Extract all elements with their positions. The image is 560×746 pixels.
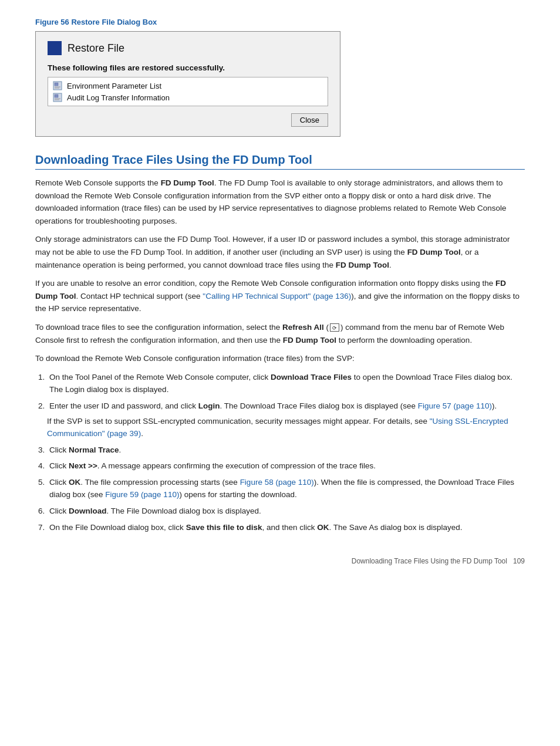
svg-rect-1 [55, 83, 58, 86]
page-footer: Downloading Trace Files Using the FD Dum… [35, 557, 525, 565]
file-item-2: Audit Log Transfer Information [53, 93, 323, 102]
restore-file-dialog: Restore File These following files are r… [35, 31, 340, 137]
link-calling-support[interactable]: "Calling HP Technical Support" (page 136… [203, 292, 351, 301]
figure-caption: Figure 56 Restore File Dialog Box [35, 18, 525, 26]
refresh-all-icon: ⟳ [330, 323, 339, 332]
step-1: On the Tool Panel of the Remote Web Cons… [47, 371, 525, 396]
link-ssl[interactable]: "Using SSL-Encrypted Communication" (pag… [47, 417, 508, 438]
footer-text: Downloading Trace Files Using the FD Dum… [352, 557, 507, 565]
dialog-title: Restore File [68, 42, 124, 55]
link-figure-57[interactable]: Figure 57 (page 110) [418, 401, 492, 410]
file-icon-2 [53, 93, 62, 102]
dialog-icon [48, 41, 62, 55]
body-para-5: To download the Remote Web Console confi… [35, 352, 525, 365]
file-name-2: Audit Log Transfer Information [67, 93, 170, 102]
step-3: Click Normal Trace. [47, 444, 525, 457]
step-7: On the File Download dialog box, click S… [47, 521, 525, 534]
file-item-1: Environment Parameter List [53, 81, 323, 90]
steps-list: On the Tool Panel of the Remote Web Cons… [47, 371, 525, 534]
dialog-file-list: Environment Parameter List Audit Log Tra… [48, 77, 328, 106]
file-name-1: Environment Parameter List [67, 82, 161, 90]
step-4: Click Next >>. A message appears confirm… [47, 460, 525, 472]
step-2-subpara: If the SVP is set to support SSL-encrypt… [47, 415, 525, 440]
step-2: Enter the user ID and password, and clic… [47, 400, 525, 440]
step-5: Click OK. The file compression processin… [47, 476, 525, 501]
body-para-1: Remote Web Console supports the FD Dump … [35, 177, 525, 227]
step-6: Click Download. The File Download dialog… [47, 505, 525, 518]
section-heading: Downloading Trace Files Using the FD Dum… [35, 153, 525, 170]
link-figure-59[interactable]: Figure 59 (page 110) [105, 490, 179, 499]
body-para-2: Only storage administrators can use the … [35, 233, 525, 271]
svg-rect-5 [55, 94, 58, 97]
body-para-3: If you are unable to resolve an error co… [35, 277, 525, 315]
file-icon-1 [53, 81, 62, 90]
close-button[interactable]: Close [291, 113, 328, 127]
link-figure-58[interactable]: Figure 58 (page 110) [240, 478, 314, 487]
footer-page: 109 [513, 557, 525, 565]
dialog-success-message: These following files are restored succe… [48, 63, 328, 72]
body-para-4: To download trace files to see the confi… [35, 321, 525, 346]
